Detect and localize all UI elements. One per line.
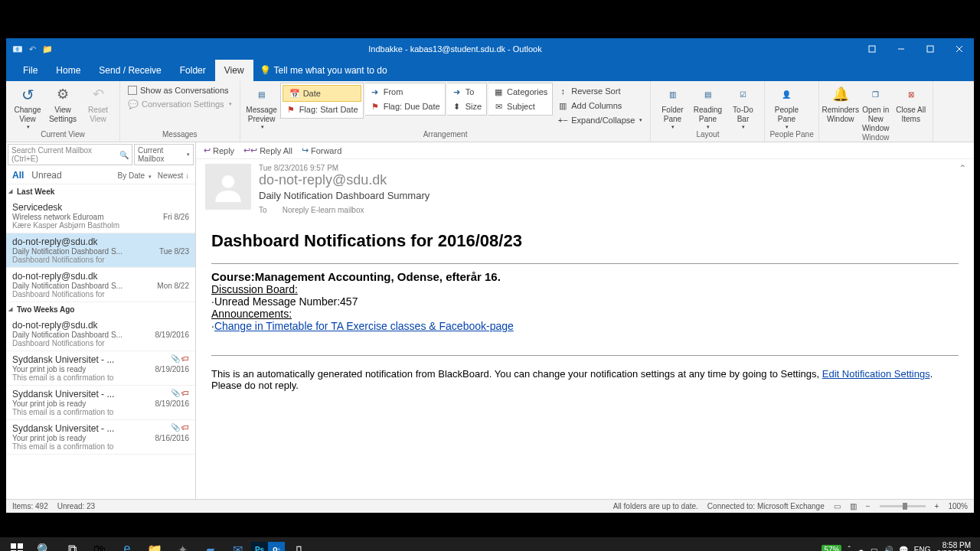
- reply-button[interactable]: ↩Reply: [204, 145, 234, 155]
- minimize-button[interactable]: [887, 38, 916, 60]
- arrange-subject-button[interactable]: ✉Subject: [490, 99, 550, 113]
- preview-icon: ▤: [253, 86, 271, 104]
- window-title: Indbakke - kabas13@student.sdu.dk - Outl…: [53, 44, 858, 54]
- open-in-new-window-button[interactable]: ❐Open in New Window: [859, 83, 893, 133]
- group-header[interactable]: Last Week: [6, 184, 195, 199]
- mail-date: 8/19/2016: [155, 365, 190, 373]
- from-icon: ➜: [370, 86, 381, 97]
- zoom-in-button[interactable]: +: [935, 502, 939, 510]
- ribbon-options-icon[interactable]: [858, 38, 887, 60]
- tray-onedrive-icon[interactable]: ☁: [857, 546, 864, 552]
- tab-home[interactable]: Home: [47, 60, 90, 81]
- message-preview-button[interactable]: ▤Message Preview▾: [245, 83, 279, 130]
- taskbar-app2[interactable]: ▰: [196, 539, 224, 551]
- qat-icon[interactable]: 📧: [12, 44, 23, 54]
- todo-bar-button[interactable]: ☑To-Do Bar▾: [726, 83, 760, 130]
- maximize-button[interactable]: [916, 38, 945, 60]
- filter-all[interactable]: All: [12, 170, 24, 181]
- taskbar-app3[interactable]: ▯: [285, 539, 312, 551]
- taskbar-outlook[interactable]: o▫: [268, 542, 285, 551]
- tab-send-receive[interactable]: Send / Receive: [90, 60, 170, 81]
- arrange-to-button[interactable]: ➜To: [449, 85, 485, 99]
- search-input[interactable]: Search Current Mailbox (Ctrl+E) 🔍: [8, 144, 132, 165]
- tell-me-input[interactable]: 💡 Tell me what you want to do: [260, 65, 387, 76]
- taskbar-store[interactable]: 🛍: [86, 539, 113, 551]
- start-button[interactable]: [3, 539, 31, 551]
- view-reading-icon[interactable]: ▥: [850, 502, 857, 510]
- qat-folder-icon[interactable]: 📁: [42, 44, 53, 54]
- edit-notification-settings-link[interactable]: Edit Notification Settings: [822, 368, 930, 380]
- attachment-icon: 📎: [171, 423, 180, 432]
- taskbar-photoshop[interactable]: Ps: [251, 542, 268, 551]
- close-button[interactable]: [945, 38, 974, 60]
- add-columns-button[interactable]: ▥Add Columns: [554, 99, 645, 112]
- forward-icon: ↪: [302, 145, 309, 155]
- mail-item[interactable]: do-not-reply@sdu.dkDaily Notification Da…: [6, 233, 195, 268]
- search-scope-dropdown[interactable]: Current Mailbox▾: [134, 144, 194, 165]
- mail-item[interactable]: 📎🏷Syddansk Universitet - ...Your print j…: [6, 420, 195, 455]
- body-announcement-link[interactable]: Change in Timetable for TA Exercise clas…: [214, 320, 514, 332]
- tray-battery[interactable]: 57%: [822, 545, 841, 552]
- lightbulb-icon: 💡: [260, 65, 271, 76]
- reminders-window-button[interactable]: 🔔Reminders Window: [824, 83, 858, 124]
- mail-item[interactable]: ServicedeskWireless network EduroamKære …: [6, 199, 195, 233]
- reply-all-button[interactable]: ↩↩Reply All: [243, 145, 292, 155]
- tab-file[interactable]: File: [14, 60, 47, 81]
- arrange-size-button[interactable]: ⬍Size: [449, 99, 485, 113]
- tray-notification-icon[interactable]: 💬: [899, 546, 908, 552]
- show-as-conversations-checkbox[interactable]: Show as Conversations: [125, 84, 235, 96]
- conversation-settings-button[interactable]: 💬Conversation Settings▾: [125, 97, 235, 111]
- search-button[interactable]: 🔍: [31, 539, 58, 551]
- forward-button[interactable]: ↪Forward: [302, 145, 341, 155]
- zoom-slider[interactable]: [880, 505, 926, 507]
- group-header[interactable]: Two Weeks Ago: [6, 302, 195, 317]
- mail-item[interactable]: do-not-reply@sdu.dkDaily Notification Da…: [6, 268, 195, 302]
- mail-item[interactable]: 📎🏷Syddansk Universitet - ...Your print j…: [6, 351, 195, 386]
- expand-collapse-button[interactable]: +−Expand/Collapse▾: [554, 113, 645, 127]
- reset-view-button[interactable]: ↶Reset View: [81, 83, 115, 124]
- tray-language[interactable]: ENG: [914, 546, 931, 552]
- body-unread-count: ·Unread Message Number:457: [211, 295, 959, 308]
- tray-volume-icon[interactable]: 🔊: [884, 546, 893, 552]
- message-date: Tue 8/23/2016 9:57 PM: [259, 164, 953, 172]
- change-view-button[interactable]: ↺Change View▾: [11, 83, 44, 130]
- arrange-from-button[interactable]: ➜From: [367, 85, 443, 99]
- status-connected: Connected to: Microsoft Exchange: [707, 502, 825, 510]
- mail-preview: Dashboard Notifications for: [12, 339, 127, 347]
- arrange-flag-start-button[interactable]: ⚑Flag: Start Date: [283, 103, 361, 116]
- mail-subject: Wireless network Eduroam: [12, 213, 127, 221]
- qat-undo-icon[interactable]: ↶: [29, 44, 36, 54]
- zoom-out-button[interactable]: −: [866, 502, 871, 510]
- tab-view[interactable]: View: [215, 60, 253, 81]
- sort-by-date[interactable]: By Date ▾: [118, 171, 152, 180]
- mail-date: 8/19/2016: [155, 331, 190, 339]
- tray-up-icon[interactable]: ˆ: [848, 546, 850, 552]
- sort-newest[interactable]: Newest ↓: [158, 171, 189, 180]
- view-settings-button[interactable]: ⚙View Settings: [46, 83, 80, 124]
- arrange-categories-button[interactable]: ▦Categories: [490, 85, 550, 99]
- filter-unread[interactable]: Unread: [31, 170, 61, 181]
- mail-item[interactable]: do-not-reply@sdu.dkDaily Notification Da…: [6, 317, 195, 351]
- reading-pane-button[interactable]: ▤Reading Pane▾: [691, 83, 724, 130]
- taskbar-app1[interactable]: ✦: [168, 539, 196, 551]
- taskbar-explorer[interactable]: 📁: [141, 539, 168, 551]
- svg-rect-7: [18, 543, 23, 549]
- mail-from: Syddansk Universitet - ...: [12, 423, 189, 434]
- tray-clock[interactable]: 8:58 PM 8/28/2016: [937, 541, 972, 551]
- expand-header-button[interactable]: ˆ: [961, 164, 965, 178]
- close-all-items-button[interactable]: ⊠Close All Items: [894, 83, 928, 124]
- size-icon: ⬍: [452, 101, 462, 112]
- arrange-flag-due-button[interactable]: ⚑Flag: Due Date: [367, 99, 443, 113]
- arrange-date-button[interactable]: 📅Date: [283, 85, 361, 102]
- tab-folder[interactable]: Folder: [171, 60, 215, 81]
- people-pane-button[interactable]: 👤People Pane▾: [769, 83, 803, 130]
- mail-item[interactable]: 📎🏷Syddansk Universitet - ...Your print j…: [6, 386, 195, 420]
- taskbar-edge[interactable]: e: [113, 539, 141, 551]
- checkbox-icon: [128, 86, 137, 95]
- reverse-sort-button[interactable]: ↕Reverse Sort: [554, 84, 645, 98]
- tray-network-icon[interactable]: ▭: [871, 546, 877, 552]
- folder-pane-button[interactable]: ▥Folder Pane▾: [655, 83, 689, 130]
- task-view-button[interactable]: ⧉: [58, 539, 86, 551]
- view-normal-icon[interactable]: ▭: [834, 502, 841, 510]
- taskbar-mail[interactable]: ✉: [224, 539, 251, 551]
